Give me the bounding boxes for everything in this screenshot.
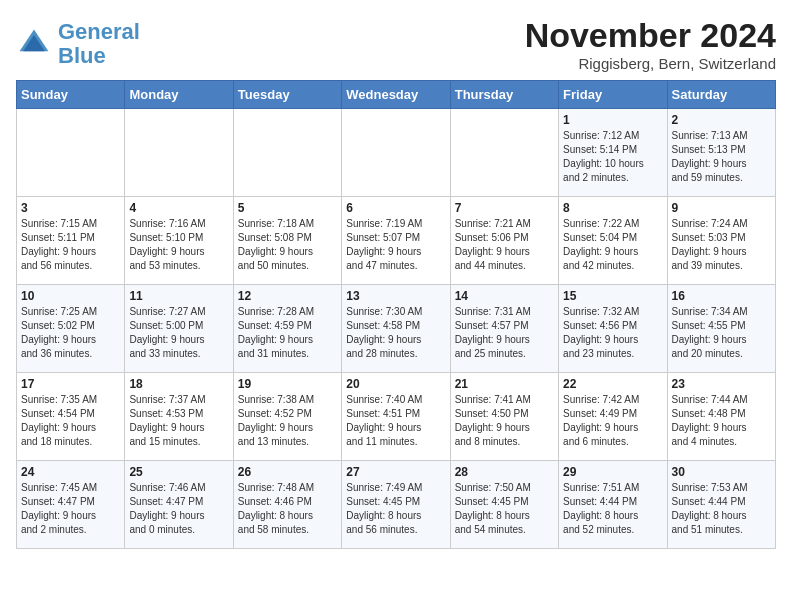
calendar-cell [125, 109, 233, 197]
cell-info: Sunrise: 7:25 AM Sunset: 5:02 PM Dayligh… [21, 305, 120, 361]
cell-info: Sunrise: 7:53 AM Sunset: 4:44 PM Dayligh… [672, 481, 771, 537]
header-row: SundayMondayTuesdayWednesdayThursdayFrid… [17, 81, 776, 109]
calendar-cell: 5Sunrise: 7:18 AM Sunset: 5:08 PM Daylig… [233, 197, 341, 285]
cell-info: Sunrise: 7:42 AM Sunset: 4:49 PM Dayligh… [563, 393, 662, 449]
day-number: 25 [129, 465, 228, 479]
calendar-cell: 23Sunrise: 7:44 AM Sunset: 4:48 PM Dayli… [667, 373, 775, 461]
calendar-cell [233, 109, 341, 197]
calendar-cell: 7Sunrise: 7:21 AM Sunset: 5:06 PM Daylig… [450, 197, 558, 285]
calendar-cell: 30Sunrise: 7:53 AM Sunset: 4:44 PM Dayli… [667, 461, 775, 549]
day-number: 8 [563, 201, 662, 215]
logo-line2: Blue [58, 43, 106, 68]
day-number: 7 [455, 201, 554, 215]
calendar-cell: 28Sunrise: 7:50 AM Sunset: 4:45 PM Dayli… [450, 461, 558, 549]
calendar-cell: 29Sunrise: 7:51 AM Sunset: 4:44 PM Dayli… [559, 461, 667, 549]
day-number: 6 [346, 201, 445, 215]
calendar-cell: 9Sunrise: 7:24 AM Sunset: 5:03 PM Daylig… [667, 197, 775, 285]
cell-info: Sunrise: 7:35 AM Sunset: 4:54 PM Dayligh… [21, 393, 120, 449]
calendar-cell: 15Sunrise: 7:32 AM Sunset: 4:56 PM Dayli… [559, 285, 667, 373]
cell-info: Sunrise: 7:21 AM Sunset: 5:06 PM Dayligh… [455, 217, 554, 273]
day-number: 23 [672, 377, 771, 391]
cell-info: Sunrise: 7:28 AM Sunset: 4:59 PM Dayligh… [238, 305, 337, 361]
cell-info: Sunrise: 7:32 AM Sunset: 4:56 PM Dayligh… [563, 305, 662, 361]
calendar-cell: 1Sunrise: 7:12 AM Sunset: 5:14 PM Daylig… [559, 109, 667, 197]
day-number: 21 [455, 377, 554, 391]
cell-info: Sunrise: 7:45 AM Sunset: 4:47 PM Dayligh… [21, 481, 120, 537]
calendar-cell: 2Sunrise: 7:13 AM Sunset: 5:13 PM Daylig… [667, 109, 775, 197]
day-header-thursday: Thursday [450, 81, 558, 109]
calendar-cell: 3Sunrise: 7:15 AM Sunset: 5:11 PM Daylig… [17, 197, 125, 285]
calendar-cell: 14Sunrise: 7:31 AM Sunset: 4:57 PM Dayli… [450, 285, 558, 373]
calendar-cell: 12Sunrise: 7:28 AM Sunset: 4:59 PM Dayli… [233, 285, 341, 373]
day-number: 24 [21, 465, 120, 479]
day-header-tuesday: Tuesday [233, 81, 341, 109]
calendar-body: 1Sunrise: 7:12 AM Sunset: 5:14 PM Daylig… [17, 109, 776, 549]
day-header-wednesday: Wednesday [342, 81, 450, 109]
cell-info: Sunrise: 7:41 AM Sunset: 4:50 PM Dayligh… [455, 393, 554, 449]
day-number: 5 [238, 201, 337, 215]
calendar-cell [450, 109, 558, 197]
calendar-cell: 25Sunrise: 7:46 AM Sunset: 4:47 PM Dayli… [125, 461, 233, 549]
day-number: 26 [238, 465, 337, 479]
day-number: 17 [21, 377, 120, 391]
day-number: 12 [238, 289, 337, 303]
cell-info: Sunrise: 7:48 AM Sunset: 4:46 PM Dayligh… [238, 481, 337, 537]
cell-info: Sunrise: 7:46 AM Sunset: 4:47 PM Dayligh… [129, 481, 228, 537]
calendar-cell: 8Sunrise: 7:22 AM Sunset: 5:04 PM Daylig… [559, 197, 667, 285]
cell-info: Sunrise: 7:34 AM Sunset: 4:55 PM Dayligh… [672, 305, 771, 361]
cell-info: Sunrise: 7:38 AM Sunset: 4:52 PM Dayligh… [238, 393, 337, 449]
week-row-4: 17Sunrise: 7:35 AM Sunset: 4:54 PM Dayli… [17, 373, 776, 461]
day-number: 27 [346, 465, 445, 479]
day-number: 18 [129, 377, 228, 391]
calendar-cell: 13Sunrise: 7:30 AM Sunset: 4:58 PM Dayli… [342, 285, 450, 373]
calendar-cell: 6Sunrise: 7:19 AM Sunset: 5:07 PM Daylig… [342, 197, 450, 285]
cell-info: Sunrise: 7:30 AM Sunset: 4:58 PM Dayligh… [346, 305, 445, 361]
month-title: November 2024 [525, 16, 776, 55]
cell-info: Sunrise: 7:44 AM Sunset: 4:48 PM Dayligh… [672, 393, 771, 449]
day-number: 19 [238, 377, 337, 391]
day-number: 16 [672, 289, 771, 303]
calendar-cell: 11Sunrise: 7:27 AM Sunset: 5:00 PM Dayli… [125, 285, 233, 373]
calendar-header: SundayMondayTuesdayWednesdayThursdayFrid… [17, 81, 776, 109]
calendar-cell: 22Sunrise: 7:42 AM Sunset: 4:49 PM Dayli… [559, 373, 667, 461]
day-header-friday: Friday [559, 81, 667, 109]
cell-info: Sunrise: 7:31 AM Sunset: 4:57 PM Dayligh… [455, 305, 554, 361]
calendar-cell: 10Sunrise: 7:25 AM Sunset: 5:02 PM Dayli… [17, 285, 125, 373]
calendar-cell [342, 109, 450, 197]
cell-info: Sunrise: 7:51 AM Sunset: 4:44 PM Dayligh… [563, 481, 662, 537]
logo: General Blue [16, 20, 140, 68]
week-row-2: 3Sunrise: 7:15 AM Sunset: 5:11 PM Daylig… [17, 197, 776, 285]
day-number: 11 [129, 289, 228, 303]
cell-info: Sunrise: 7:50 AM Sunset: 4:45 PM Dayligh… [455, 481, 554, 537]
calendar-cell: 20Sunrise: 7:40 AM Sunset: 4:51 PM Dayli… [342, 373, 450, 461]
calendar-cell: 18Sunrise: 7:37 AM Sunset: 4:53 PM Dayli… [125, 373, 233, 461]
week-row-3: 10Sunrise: 7:25 AM Sunset: 5:02 PM Dayli… [17, 285, 776, 373]
calendar-cell: 24Sunrise: 7:45 AM Sunset: 4:47 PM Dayli… [17, 461, 125, 549]
calendar-cell: 21Sunrise: 7:41 AM Sunset: 4:50 PM Dayli… [450, 373, 558, 461]
calendar-cell: 27Sunrise: 7:49 AM Sunset: 4:45 PM Dayli… [342, 461, 450, 549]
cell-info: Sunrise: 7:22 AM Sunset: 5:04 PM Dayligh… [563, 217, 662, 273]
day-number: 2 [672, 113, 771, 127]
cell-info: Sunrise: 7:18 AM Sunset: 5:08 PM Dayligh… [238, 217, 337, 273]
calendar-cell: 26Sunrise: 7:48 AM Sunset: 4:46 PM Dayli… [233, 461, 341, 549]
cell-info: Sunrise: 7:40 AM Sunset: 4:51 PM Dayligh… [346, 393, 445, 449]
day-number: 14 [455, 289, 554, 303]
day-header-monday: Monday [125, 81, 233, 109]
day-number: 22 [563, 377, 662, 391]
cell-info: Sunrise: 7:16 AM Sunset: 5:10 PM Dayligh… [129, 217, 228, 273]
logo-icon [16, 26, 52, 62]
day-number: 3 [21, 201, 120, 215]
day-header-sunday: Sunday [17, 81, 125, 109]
page-header: General Blue November 2024 Riggisberg, B… [16, 16, 776, 72]
logo-line1: General [58, 19, 140, 44]
cell-info: Sunrise: 7:12 AM Sunset: 5:14 PM Dayligh… [563, 129, 662, 185]
location: Riggisberg, Bern, Switzerland [525, 55, 776, 72]
day-number: 28 [455, 465, 554, 479]
cell-info: Sunrise: 7:49 AM Sunset: 4:45 PM Dayligh… [346, 481, 445, 537]
week-row-1: 1Sunrise: 7:12 AM Sunset: 5:14 PM Daylig… [17, 109, 776, 197]
cell-info: Sunrise: 7:19 AM Sunset: 5:07 PM Dayligh… [346, 217, 445, 273]
calendar-cell: 19Sunrise: 7:38 AM Sunset: 4:52 PM Dayli… [233, 373, 341, 461]
calendar-cell [17, 109, 125, 197]
cell-info: Sunrise: 7:27 AM Sunset: 5:00 PM Dayligh… [129, 305, 228, 361]
cell-info: Sunrise: 7:15 AM Sunset: 5:11 PM Dayligh… [21, 217, 120, 273]
